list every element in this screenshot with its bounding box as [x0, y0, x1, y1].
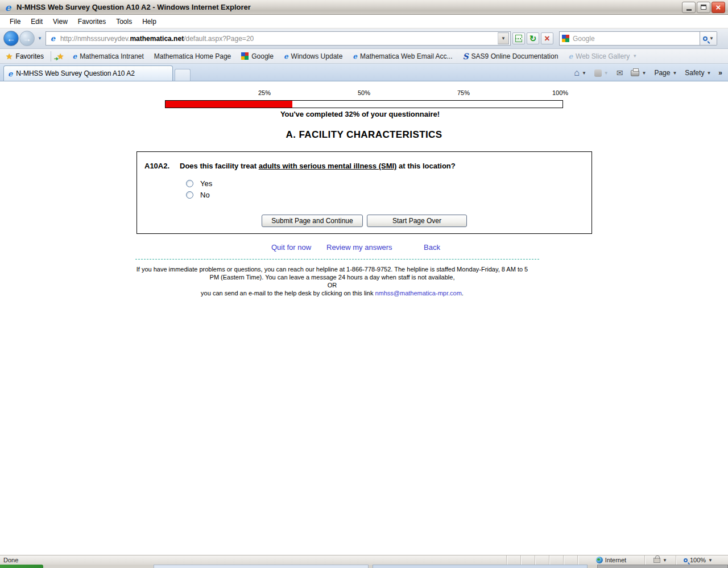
favorite-link-windows-update[interactable]: e Windows Update — [279, 51, 348, 62]
radio-no[interactable] — [186, 191, 193, 199]
stop-icon: × — [544, 35, 549, 43]
new-tab-button[interactable] — [175, 69, 191, 81]
search-box[interactable] — [559, 31, 700, 46]
favorite-link-sas9-docs[interactable]: S SAS9 Online Documentation — [457, 50, 563, 63]
question-number: A10A2. — [144, 162, 173, 170]
radio-yes[interactable] — [186, 180, 193, 187]
favorite-link-google[interactable]: Google — [236, 51, 279, 62]
status-pane — [520, 555, 535, 565]
chevron-down-icon: ▼ — [642, 71, 646, 76]
search-input[interactable] — [573, 35, 697, 43]
resize-grip — [720, 555, 728, 565]
section-title: A. FACILITY CHARACTERISTICS — [0, 129, 728, 141]
button-row: Submit Page and Continue Start Page Over — [137, 215, 592, 227]
taskbar-button[interactable] — [373, 565, 588, 568]
chevron-down-icon: ▼ — [604, 71, 609, 76]
more-commands-button[interactable]: » — [716, 69, 725, 77]
tab-active[interactable]: e N-MHSS Web Survey Question A10 A2 — [3, 65, 173, 81]
zoom-level: 100% — [690, 557, 706, 563]
home-button[interactable]: ⌂▼ — [571, 68, 589, 78]
favorite-label: Windows Update — [291, 52, 343, 60]
back-link[interactable]: Back — [424, 243, 440, 252]
menu-file[interactable]: File — [5, 16, 26, 27]
chevron-down-icon: ▼ — [708, 558, 713, 563]
sas-icon: S — [462, 52, 468, 61]
chevron-down-icon: ▼ — [632, 53, 637, 59]
review-answers-link[interactable]: Review my answers — [326, 243, 392, 252]
help-line-3: you can send an e-mail to the help desk … — [135, 289, 529, 297]
menu-edit[interactable]: Edit — [26, 16, 48, 27]
minimize-button[interactable] — [682, 2, 696, 13]
ie-favicon: e — [284, 52, 288, 60]
feeds-button[interactable]: ▼ — [592, 68, 611, 78]
history-dropdown-icon[interactable]: ▼ — [38, 36, 42, 41]
protected-mode-button[interactable]: ▼ — [644, 555, 676, 565]
submit-page-button[interactable]: Submit Page and Continue — [262, 215, 363, 227]
close-button[interactable]: × — [712, 2, 725, 13]
minimize-icon — [686, 9, 692, 11]
start-page-over-button[interactable]: Start Page Over — [367, 215, 467, 227]
browser-window: e N-MHSS Web Survey Question A10 A2 - Wi… — [0, 0, 728, 568]
window-title: N-MHSS Web Survey Question A10 A2 - Wind… — [16, 3, 681, 11]
search-dropdown-icon[interactable]: ▼ — [709, 36, 714, 41]
favorite-link-mathematica-intranet[interactable]: e Mathematica Intranet — [67, 51, 148, 62]
favorite-link-web-slice-gallery[interactable]: e Web Slice Gallery ▼ — [563, 51, 642, 62]
restore-icon — [701, 5, 706, 10]
favorite-link-mathematica-home[interactable]: Mathematica Home Page — [149, 51, 236, 62]
menu-view[interactable]: View — [48, 16, 73, 27]
tab-bar: e N-MHSS Web Survey Question A10 A2 ⌂▼ ▼… — [0, 64, 728, 81]
home-icon: ⌂ — [574, 69, 580, 77]
taskbar-button[interactable] — [597, 565, 728, 568]
progress-label-25: 25% — [258, 89, 271, 96]
read-mail-button[interactable]: ✉ — [614, 67, 626, 79]
status-text: Done — [0, 557, 506, 563]
chevron-down-icon: ▼ — [706, 71, 711, 76]
page-content: 25% 50% 75% 100% You've completed 32% of… — [0, 81, 728, 555]
compatibility-view-icon — [515, 35, 522, 42]
add-to-favorites-button[interactable]: ★ ➔ — [53, 52, 68, 61]
quit-link[interactable]: Quit for now — [271, 243, 311, 252]
back-button[interactable]: ← — [3, 31, 19, 46]
start-button-sliver[interactable] — [0, 565, 43, 568]
compatibility-view-button[interactable] — [512, 32, 525, 44]
help-line-1: If you have immediate problems or questi… — [135, 265, 529, 273]
menu-help[interactable]: Help — [137, 16, 162, 27]
tab-favicon: e — [8, 69, 13, 78]
page-menu-button[interactable]: Page▼ — [651, 68, 680, 78]
refresh-button[interactable]: ↻ — [527, 32, 539, 44]
restore-button[interactable] — [697, 2, 710, 13]
search-go-button[interactable]: ▼ — [700, 31, 717, 46]
safety-menu-button[interactable]: Safety▼ — [682, 68, 714, 78]
print-button[interactable]: ▼ — [628, 69, 649, 77]
favorites-button[interactable]: ★ Favorites — [3, 51, 48, 62]
mail-icon: ✉ — [617, 68, 623, 77]
favorites-label: Favorites — [16, 52, 44, 60]
address-bar[interactable]: e http://nmhsssurveydev.mathematica.net/… — [46, 31, 511, 46]
protected-mode-icon — [653, 558, 660, 563]
security-zone: Internet — [577, 555, 644, 565]
zone-label: Internet — [605, 557, 626, 563]
close-icon: × — [716, 3, 721, 11]
helpdesk-email-link[interactable]: nmhss@mathematica-mpr.com — [375, 290, 461, 297]
favorite-label: SAS9 Online Documentation — [471, 52, 559, 60]
title-bar: e N-MHSS Web Survey Question A10 A2 - Wi… — [0, 0, 728, 15]
favorite-label: Web Slice Gallery — [576, 52, 630, 60]
progress-label-100: 100% — [552, 89, 568, 96]
forward-button[interactable]: → — [19, 31, 35, 46]
google-icon — [241, 52, 249, 60]
print-icon — [631, 70, 639, 76]
status-pane — [563, 555, 577, 565]
refresh-icon: ↻ — [530, 35, 537, 43]
add-favorite-arrow-icon: ➔ — [54, 56, 59, 61]
status-pane — [549, 555, 563, 565]
taskbar-button[interactable] — [154, 565, 369, 568]
chevron-down-icon: ▼ — [672, 71, 677, 76]
zoom-control[interactable]: 100% ▼ — [676, 555, 720, 565]
menu-favorites[interactable]: Favorites — [73, 16, 111, 27]
favorite-link-web-email[interactable]: e Mathematica Web Email Acc... — [348, 51, 457, 62]
address-dropdown-button[interactable]: ▼ — [498, 32, 509, 44]
help-or: OR — [135, 281, 529, 289]
stop-button[interactable]: × — [541, 32, 553, 44]
progress-bar — [165, 100, 563, 108]
menu-tools[interactable]: Tools — [111, 16, 137, 27]
